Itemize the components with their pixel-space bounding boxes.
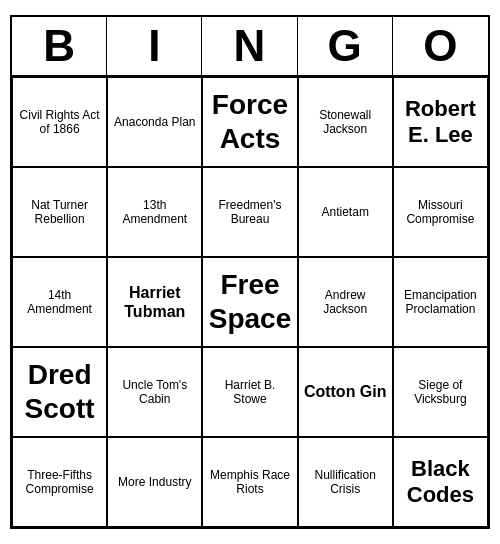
bingo-cell: Nullification Crisis: [298, 437, 393, 527]
bingo-cell: Harriet B. Stowe: [202, 347, 297, 437]
bingo-cell: Harriet Tubman: [107, 257, 202, 347]
bingo-card: BINGO Civil Rights Act of 1866Anaconda P…: [10, 15, 490, 529]
bingo-cell: Black Codes: [393, 437, 488, 527]
bingo-cell: Andrew Jackson: [298, 257, 393, 347]
bingo-cell: More Industry: [107, 437, 202, 527]
bingo-cell: Cotton Gin: [298, 347, 393, 437]
bingo-cell: Antietam: [298, 167, 393, 257]
bingo-cell: Stonewall Jackson: [298, 77, 393, 167]
header-letter: G: [298, 17, 393, 75]
bingo-cell: Siege of Vicksburg: [393, 347, 488, 437]
bingo-cell: Memphis Race Riots: [202, 437, 297, 527]
bingo-cell: Robert E. Lee: [393, 77, 488, 167]
header-letter: I: [107, 17, 202, 75]
bingo-cell: Anaconda Plan: [107, 77, 202, 167]
bingo-header: BINGO: [12, 17, 488, 77]
bingo-cell: Civil Rights Act of 1866: [12, 77, 107, 167]
bingo-cell: Freedmen's Bureau: [202, 167, 297, 257]
bingo-cell: Emancipation Proclamation: [393, 257, 488, 347]
bingo-cell: 14th Amendment: [12, 257, 107, 347]
bingo-cell: Uncle Tom's Cabin: [107, 347, 202, 437]
header-letter: N: [202, 17, 297, 75]
bingo-cell: Free Space: [202, 257, 297, 347]
bingo-cell: 13th Amendment: [107, 167, 202, 257]
header-letter: O: [393, 17, 488, 75]
bingo-cell: Force Acts: [202, 77, 297, 167]
header-letter: B: [12, 17, 107, 75]
bingo-grid: Civil Rights Act of 1866Anaconda PlanFor…: [12, 77, 488, 527]
bingo-cell: Missouri Compromise: [393, 167, 488, 257]
bingo-cell: Dred Scott: [12, 347, 107, 437]
bingo-cell: Three-Fifths Compromise: [12, 437, 107, 527]
bingo-cell: Nat Turner Rebellion: [12, 167, 107, 257]
